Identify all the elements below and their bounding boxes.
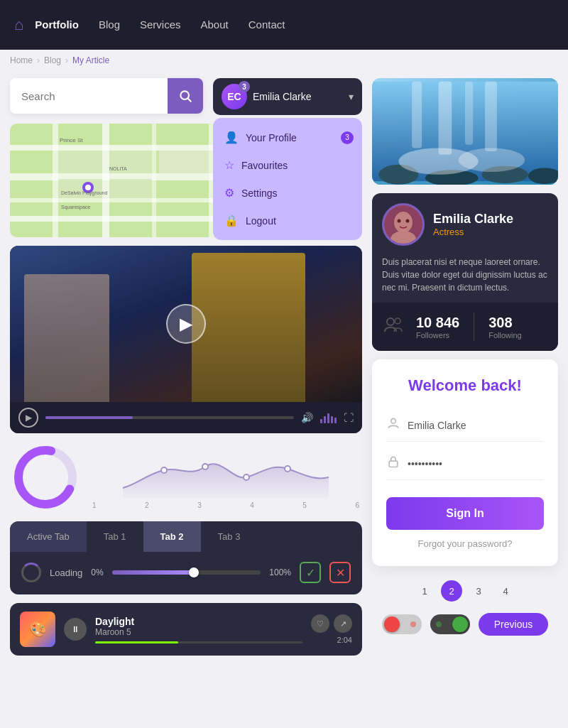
svg-line-1 bbox=[188, 99, 192, 102]
main-content: EC 3 Emilia Clarke ▾ 👤 Your Profile 3 ☆ … bbox=[0, 71, 568, 663]
breadcrumb-blog[interactable]: Blog bbox=[44, 55, 61, 65]
cancel-button[interactable]: ✕ bbox=[329, 562, 351, 583]
sign-in-button[interactable]: Sign In bbox=[386, 497, 544, 530]
profile-notification-badge: 3 bbox=[239, 81, 250, 92]
progress-end: 100% bbox=[269, 567, 291, 577]
music-progress-bar[interactable] bbox=[95, 641, 302, 643]
username-icon bbox=[386, 416, 400, 434]
login-title: Welcome back! bbox=[386, 376, 544, 395]
nav-portfolio[interactable]: Portfolio bbox=[35, 18, 79, 31]
progress-bar[interactable] bbox=[112, 570, 261, 575]
waterfall-image bbox=[372, 78, 558, 185]
svg-point-49 bbox=[395, 318, 400, 324]
profile-card-bio: Duis placerat nisi et neque laoreet orna… bbox=[372, 256, 558, 303]
video-play-button[interactable]: ▶ bbox=[166, 304, 206, 344]
search-input[interactable] bbox=[10, 78, 168, 114]
tab-1[interactable]: Tab 1 bbox=[87, 521, 143, 552]
confirm-button[interactable]: ✓ bbox=[300, 562, 321, 583]
chart-label-4: 4 bbox=[250, 501, 254, 509]
music-info: Daylight Maroon 5 bbox=[95, 616, 302, 643]
tab-active[interactable]: Active Tab bbox=[10, 521, 87, 552]
username-input[interactable] bbox=[408, 420, 544, 431]
music-share-button[interactable]: ↗ bbox=[334, 614, 352, 633]
nav-services[interactable]: Services bbox=[140, 18, 181, 31]
breadcrumb-current: My Article bbox=[72, 55, 109, 65]
profile-card-header: Emilia Clarke Actress bbox=[372, 193, 558, 256]
home-icon[interactable]: ⌂ bbox=[14, 16, 23, 34]
page-1[interactable]: 1 bbox=[414, 580, 435, 602]
tabs-section: Active Tab Tab 1 Tab 2 Tab 3 Loading 0% … bbox=[10, 521, 362, 594]
tab-3[interactable]: Tab 3 bbox=[201, 521, 258, 552]
svg-text:DeSalvio Playground: DeSalvio Playground bbox=[61, 190, 107, 196]
followers-count: 10 846 bbox=[416, 315, 459, 331]
video-play-control[interactable]: ▶ bbox=[18, 408, 38, 428]
toggle-on-dot bbox=[436, 621, 442, 627]
loading-spinner bbox=[21, 563, 41, 582]
toggle-on-knob bbox=[452, 616, 468, 632]
svg-rect-16 bbox=[159, 151, 209, 173]
music-artist: Maroon 5 bbox=[95, 627, 302, 637]
profile-menu-label: Your Profile bbox=[246, 132, 297, 143]
progress-thumb[interactable] bbox=[189, 567, 199, 577]
top-row: EC 3 Emilia Clarke ▾ 👤 Your Profile 3 ☆ … bbox=[10, 78, 362, 115]
search-box bbox=[10, 78, 203, 114]
volume-icon[interactable]: 🔊 bbox=[301, 412, 313, 423]
music-progress-fill bbox=[95, 641, 178, 643]
toggle-off[interactable] bbox=[382, 614, 422, 634]
profile-card-avatar bbox=[382, 203, 425, 246]
menu-item-favourites[interactable]: ☆ Favourites bbox=[213, 151, 362, 179]
profile-dropdown-button[interactable]: EC 3 Emilia Clarke ▾ bbox=[213, 78, 362, 115]
profile-menu-icon: 👤 bbox=[224, 131, 239, 144]
previous-button[interactable]: Previous bbox=[479, 613, 548, 636]
search-button[interactable] bbox=[168, 78, 203, 114]
bottom-right: 1 2 3 4 Previous bbox=[372, 575, 558, 636]
person-group-icon bbox=[382, 313, 405, 336]
profile-avatar-wrap: EC 3 bbox=[222, 84, 247, 109]
volume-bars bbox=[320, 412, 337, 423]
page-2-active[interactable]: 2 bbox=[441, 580, 462, 602]
menu-item-logout[interactable]: 🔒 Logout bbox=[213, 207, 362, 234]
chevron-down-icon: ▾ bbox=[349, 91, 354, 102]
following-stat: 308 Following bbox=[488, 315, 521, 339]
toggle-off-knob bbox=[384, 616, 400, 632]
nav-blog[interactable]: Blog bbox=[99, 18, 120, 31]
music-pause-button[interactable]: ⏸ bbox=[64, 618, 87, 641]
user-icon bbox=[386, 416, 400, 430]
following-label: Following bbox=[488, 331, 521, 339]
video-progress-bar[interactable] bbox=[45, 416, 294, 419]
svg-point-47 bbox=[406, 219, 410, 223]
bar2 bbox=[324, 416, 326, 423]
nav-about[interactable]: About bbox=[201, 18, 229, 31]
toggle-on[interactable] bbox=[430, 614, 470, 634]
chart-label-1: 1 bbox=[92, 501, 97, 509]
svg-text:Prince St: Prince St bbox=[60, 137, 83, 143]
fullscreen-icon[interactable]: ⛶ bbox=[344, 412, 354, 423]
line-chart: 1 2 3 4 5 6 bbox=[89, 442, 362, 513]
menu-item-profile[interactable]: 👤 Your Profile 3 bbox=[213, 124, 362, 151]
svg-point-30 bbox=[244, 474, 249, 480]
page-4[interactable]: 4 bbox=[495, 580, 516, 602]
progress-bar-fill bbox=[112, 570, 194, 575]
favourites-menu-label: Favourites bbox=[241, 160, 288, 171]
page-3[interactable]: 3 bbox=[468, 580, 489, 602]
forgot-password-link[interactable]: Forgot your password? bbox=[386, 538, 544, 549]
music-like-button[interactable]: ♡ bbox=[311, 614, 329, 633]
logout-menu-label: Logout bbox=[246, 215, 276, 227]
breadcrumb-home[interactable]: Home bbox=[10, 55, 33, 65]
followers-stat: 10 846 Followers bbox=[416, 315, 459, 339]
svg-text:Squarespace: Squarespace bbox=[61, 205, 90, 210]
tab-2[interactable]: Tab 2 bbox=[143, 521, 201, 552]
video-progress-fill bbox=[45, 416, 133, 419]
widgets-row: 1 2 3 4 5 6 bbox=[10, 442, 362, 513]
toggle-off-dot bbox=[410, 621, 416, 627]
nav-contact[interactable]: Contact bbox=[248, 18, 285, 31]
line-chart-svg bbox=[89, 442, 362, 499]
login-card: Welcome back! Sign In Forgot your pa bbox=[372, 359, 558, 566]
tabs-body: Loading 0% 100% ✓ ✕ bbox=[10, 552, 362, 594]
menu-item-settings[interactable]: ⚙ Settings bbox=[213, 179, 362, 207]
password-input[interactable] bbox=[408, 458, 544, 469]
breadcrumb: Home › Blog › My Article bbox=[0, 50, 568, 71]
logout-menu-icon: 🔒 bbox=[224, 214, 239, 227]
svg-rect-8 bbox=[102, 124, 109, 237]
waterfall-svg bbox=[372, 78, 558, 185]
